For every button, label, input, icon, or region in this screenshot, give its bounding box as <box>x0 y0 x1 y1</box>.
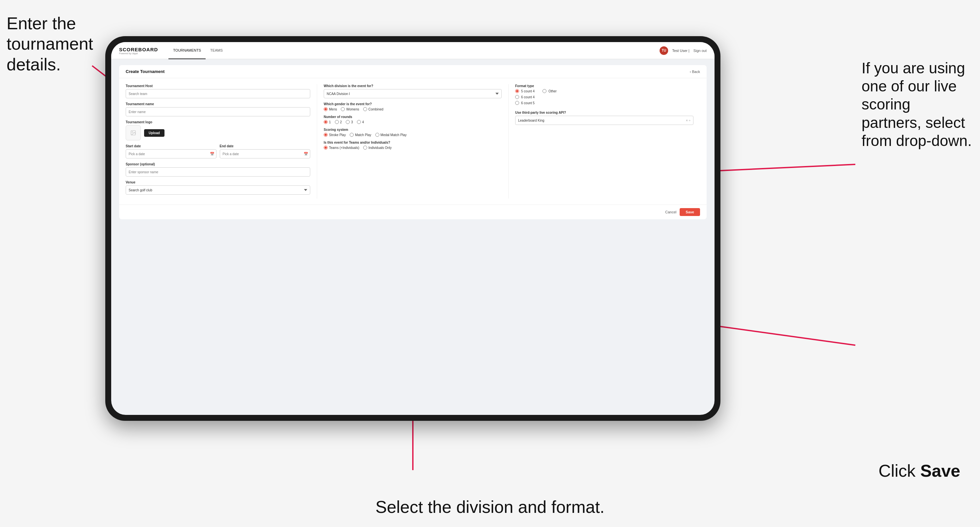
rounds-label: Number of rounds <box>324 115 502 119</box>
navbar-left: SCOREBOARD Powered by clippit TOURNAMENT… <box>119 42 228 59</box>
scoring-medal[interactable]: Medal Match Play <box>375 133 407 137</box>
navbar: SCOREBOARD Powered by clippit TOURNAMENT… <box>111 42 714 59</box>
tournament-host-group: Tournament Host <box>126 84 310 98</box>
date-row: Start date 📅 End date <box>126 144 310 159</box>
end-date-wrap: 📅 <box>220 149 310 159</box>
nav-tournaments[interactable]: TOURNAMENTS <box>169 42 205 59</box>
tablet-frame: SCOREBOARD Powered by clippit TOURNAMENT… <box>105 36 721 421</box>
brand: SCOREBOARD Powered by clippit <box>119 47 158 55</box>
svg-point-6 <box>132 132 132 132</box>
format-type-group: Format type 5 count 4 <box>515 84 694 105</box>
format-type-layout: 5 count 4 6 count 4 6 coun <box>515 89 694 105</box>
date-group: Start date 📅 End date <box>126 144 310 159</box>
card-footer: Cancel Save <box>119 205 706 219</box>
teams-group: Is this event for Teams and/or Individua… <box>324 141 502 149</box>
tournament-name-group: Tournament name <box>126 102 310 116</box>
main-content: Create Tournament ‹ Back Tournament Host <box>111 59 714 415</box>
tournament-name-label: Tournament name <box>126 102 310 106</box>
navbar-right: TU Test User | Sign out <box>660 46 706 55</box>
live-scoring-label: Use third-party live scoring API? <box>515 111 694 114</box>
upload-button[interactable]: Upload <box>144 129 164 137</box>
start-date-wrap: 📅 <box>126 149 216 159</box>
gender-label: Which gender is the event for? <box>324 102 502 106</box>
gender-group: Which gender is the event for? Mens Wome… <box>324 102 502 111</box>
save-button[interactable]: Save <box>680 208 700 216</box>
sign-out-link[interactable]: Sign out <box>694 49 706 52</box>
scoring-stroke[interactable]: Stroke Play <box>324 133 346 137</box>
teams-label: Is this event for Teams and/or Individua… <box>324 141 502 144</box>
start-calendar-icon: 📅 <box>210 152 215 156</box>
format-other[interactable]: Other <box>542 89 557 93</box>
brand-sub: Powered by clippit <box>119 52 158 55</box>
gender-combined[interactable]: Combined <box>363 107 383 111</box>
division-label: Which division is the event for? <box>324 84 502 88</box>
venue-group: Venue Search golf club <box>126 181 310 195</box>
start-date-input[interactable] <box>126 149 216 159</box>
format-options-list: 5 count 4 6 count 4 6 coun <box>515 89 535 105</box>
format-6c5[interactable]: 6 count 5 <box>515 101 535 105</box>
end-date-input[interactable] <box>220 149 310 159</box>
division-group: Which division is the event for? NCAA Di… <box>324 84 502 98</box>
teams-individuals-only[interactable]: Individuals Only <box>363 146 392 149</box>
nav-links: TOURNAMENTS TEAMS <box>169 42 228 59</box>
annotation-bottom-center: Select the division and format. <box>375 497 605 517</box>
rounds-radio-group: 1 2 3 <box>324 120 502 124</box>
division-select[interactable]: NCAA Division I <box>324 89 502 98</box>
user-label: Test User | <box>672 49 689 52</box>
annotation-bottom-right: Click Save <box>878 460 960 481</box>
tournament-logo-label: Tournament logo <box>126 120 310 124</box>
format-6c4[interactable]: 6 count 4 <box>515 95 535 99</box>
create-tournament-card: Create Tournament ‹ Back Tournament Host <box>119 65 706 219</box>
gender-womens[interactable]: Womens <box>341 107 359 111</box>
left-column: Tournament Host Tournament name Tourname… <box>126 84 317 198</box>
venue-select[interactable]: Search golf club <box>126 186 310 195</box>
end-calendar-icon: 📅 <box>304 152 308 156</box>
annotation-top-right: If you are using one of our live scoring… <box>862 59 974 150</box>
annotation-top-left: Enter the tournament details. <box>6 13 99 75</box>
card-title: Create Tournament <box>126 69 164 74</box>
end-date-label: End date <box>220 144 310 148</box>
gender-radio-group: Mens Womens Combined <box>324 107 502 111</box>
venue-label: Venue <box>126 181 310 184</box>
rounds-2[interactable]: 2 <box>335 120 342 124</box>
format-5c4[interactable]: 5 count 4 <box>515 89 535 93</box>
start-date-label: Start date <box>126 144 216 148</box>
nav-teams[interactable]: TEAMS <box>205 42 228 59</box>
logo-placeholder <box>126 125 141 140</box>
tournament-name-input[interactable] <box>126 107 310 116</box>
rounds-4[interactable]: 4 <box>357 120 364 124</box>
cancel-button[interactable]: Cancel <box>665 210 676 214</box>
end-date-group: End date 📅 <box>220 144 310 159</box>
live-scoring-clear[interactable]: × ÷ <box>686 119 690 122</box>
tablet-screen: SCOREBOARD Powered by clippit TOURNAMENT… <box>111 42 714 415</box>
logo-upload-area: Upload <box>126 125 310 140</box>
brand-name: SCOREBOARD <box>119 47 158 52</box>
scoring-label: Scoring system <box>324 128 502 132</box>
tournament-logo-group: Tournament logo Upload <box>126 120 310 140</box>
rounds-group: Number of rounds 1 2 <box>324 115 502 124</box>
card-header: Create Tournament ‹ Back <box>119 65 706 78</box>
format-type-label: Format type <box>515 84 694 88</box>
card-body: Tournament Host Tournament name Tourname… <box>119 78 706 205</box>
live-scoring-group: Use third-party live scoring API? Leader… <box>515 111 694 125</box>
rounds-1[interactable]: 1 <box>324 120 331 124</box>
back-link[interactable]: ‹ Back <box>690 70 700 74</box>
scoring-radio-group: Stroke Play Match Play Medal Match Play <box>324 133 502 137</box>
gender-mens[interactable]: Mens <box>324 107 337 111</box>
other-option: Other <box>542 89 557 93</box>
middle-column: Which division is the event for? NCAA Di… <box>317 84 509 198</box>
teams-with-individuals[interactable]: Teams (+Individuals) <box>324 146 359 149</box>
scoring-match[interactable]: Match Play <box>350 133 371 137</box>
rounds-3[interactable]: 3 <box>346 120 353 124</box>
tournament-host-input[interactable] <box>126 89 310 98</box>
sponsor-label: Sponsor (optional) <box>126 162 310 166</box>
user-avatar: TU <box>660 46 668 55</box>
sponsor-input[interactable] <box>126 167 310 176</box>
teams-radio-group: Teams (+Individuals) Individuals Only <box>324 146 502 149</box>
start-date-group: Start date 📅 <box>126 144 216 159</box>
sponsor-group: Sponsor (optional) <box>126 162 310 176</box>
tournament-host-label: Tournament Host <box>126 84 310 88</box>
app: SCOREBOARD Powered by clippit TOURNAMENT… <box>111 42 714 415</box>
live-scoring-select[interactable]: Leaderboard King × ÷ <box>515 116 694 125</box>
right-column: Format type 5 count 4 <box>509 84 700 198</box>
